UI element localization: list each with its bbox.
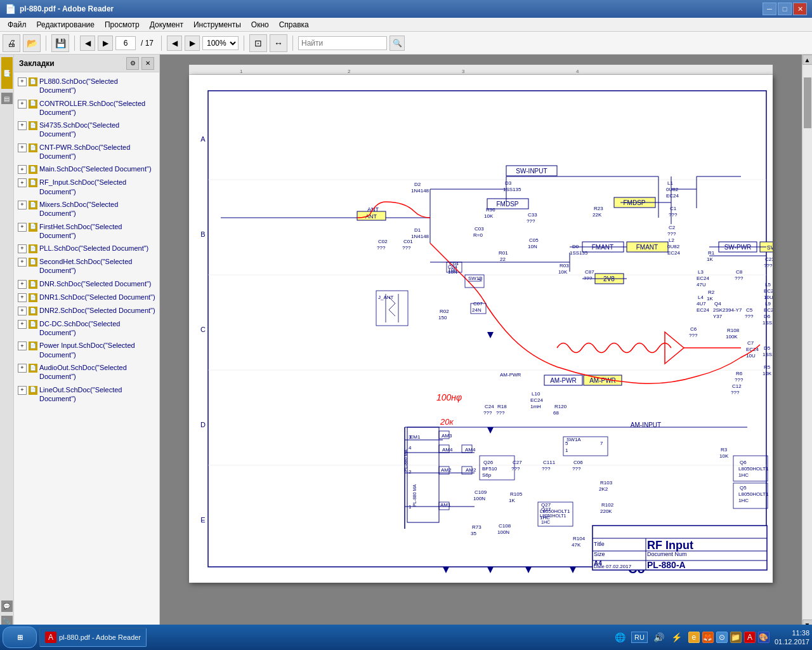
bookmark-expand-1[interactable]: + (18, 100, 27, 109)
scroll-track[interactable] (803, 65, 812, 620)
bookmark-expand-6[interactable]: + (18, 201, 27, 209)
sound-icon[interactable]: 🔊 (653, 631, 665, 644)
bookmark-item-13[interactable]: + 📄 DC-DC.SchDoc("Selected Document") (14, 317, 159, 340)
menu-view[interactable]: Просмотр (100, 19, 145, 30)
sw1a-pin5: 5 (565, 441, 568, 446)
prev-page-button[interactable]: ◀ (80, 36, 95, 51)
bookmark-icon-14: 📄 (29, 342, 37, 350)
zoom-select[interactable]: 100% 75% 150% (202, 36, 239, 50)
em1-pin2: 2 (409, 469, 412, 475)
bookmark-item-2[interactable]: + 📄 Si4735.SchDoc("Selected Document") (14, 119, 159, 141)
bookmark-expand-0[interactable]: + (18, 77, 27, 86)
r1-val: 1K (707, 256, 713, 262)
scroll-up-arrow[interactable]: ▲ (802, 55, 813, 65)
zoom-in-button[interactable]: ▶ (185, 36, 200, 51)
bookmark-expand-5[interactable]: + (18, 178, 27, 187)
menu-document[interactable]: Документ (145, 19, 188, 30)
menu-help[interactable]: Справка (274, 19, 314, 30)
open-button[interactable]: 📂 (23, 34, 41, 52)
bookmark-expand-8[interactable]: + (18, 244, 27, 253)
paint-icon[interactable]: 🎨 (758, 632, 769, 643)
l10-val: EC24 (530, 397, 544, 403)
folder-icon[interactable]: 📁 (730, 632, 742, 643)
taskbar: ⊞ A pl-880.pdf - Adobe Reader 🌐 RU 🔊 ⚡ e… (0, 625, 812, 650)
chrome-icon[interactable]: ⊙ (716, 632, 728, 643)
bookmark-item-7[interactable]: + 📄 FirstHet.SchDoc("Selected Document") (14, 220, 159, 242)
panel-close-button[interactable]: ✕ (141, 57, 154, 70)
panel-options-button[interactable]: ⚙ (126, 57, 139, 70)
bookmark-item-9[interactable]: + 📄 SecondHet.SchDoc("Selected Document"… (14, 255, 159, 277)
bookmark-expand-2[interactable]: + (18, 121, 27, 130)
bookmark-item-6[interactable]: + 📄 Mixers.SchDoc("Selected Document") (14, 198, 159, 220)
bookmark-item-15[interactable]: + 📄 AudioOut.SchDoc("Selected Document") (14, 361, 159, 383)
bookmark-expand-4[interactable]: + (18, 165, 27, 174)
network-icon[interactable]: 🌐 (613, 631, 626, 644)
scroll-thumb[interactable] (804, 77, 811, 128)
bookmark-expand-13[interactable]: + (18, 320, 27, 329)
start-button[interactable]: ⊞ (3, 627, 37, 648)
next-page-button[interactable]: ▶ (98, 36, 113, 51)
page-number-input[interactable]: 6 (115, 36, 136, 50)
adobe-tray-icon[interactable]: A (744, 632, 756, 643)
q26-val: BF510 (482, 466, 497, 472)
separator-4 (244, 36, 244, 51)
bookmark-expand-11[interactable]: + (18, 293, 27, 302)
bookmark-expand-9[interactable]: + (18, 258, 27, 267)
ie-icon[interactable]: e (688, 632, 700, 643)
c03-val: R=0 (473, 232, 483, 238)
battery-icon[interactable]: ⚡ (671, 631, 683, 644)
menu-file[interactable]: Файл (3, 19, 32, 30)
search-input[interactable] (298, 36, 387, 50)
bookmark-expand-3[interactable]: + (18, 143, 27, 152)
c03-ref: C03 (475, 226, 484, 232)
l10-val2: 1mH (530, 404, 541, 409)
bookmark-item-8[interactable]: + 📄 PLL.SchDoc("Selected Document") (14, 242, 159, 255)
bookmark-expand-15[interactable]: + (18, 364, 27, 373)
pages-panel-icon[interactable]: ▤ (1, 93, 13, 104)
bookmark-expand-16[interactable]: + (18, 386, 27, 395)
bookmark-item-1[interactable]: + 📄 CONTROLLER.SchDoc("Selected Document… (14, 97, 159, 119)
r96-ref: R96 (486, 207, 495, 213)
bookmark-item-16[interactable]: + 📄 LineOut.SchDoc("Selected Document") (14, 383, 159, 406)
bookmark-panel-icon[interactable]: 📑 (1, 57, 13, 89)
c27-ref: C27 (513, 460, 522, 465)
maximize-button[interactable]: □ (778, 3, 792, 15)
minimize-button[interactable]: ─ (763, 3, 776, 15)
bookmark-item-3[interactable]: + 📄 CNT-PWR.SchDoc("Selected Document") (14, 141, 159, 163)
taskbar-app-adobe[interactable]: A pl-880.pdf - Adobe Reader (39, 628, 147, 647)
bookmark-item-11[interactable]: + 📄 DNR1.SchDoc("Selected Document") (14, 291, 159, 304)
lang-indicator[interactable]: RU (631, 632, 648, 643)
pdf-viewer[interactable]: 1 2 3 4 A B C D E (160, 55, 802, 630)
fit-width-button[interactable]: ↔ (270, 34, 287, 52)
bookmark-label-12: DNR2.SchDoc("Selected Document") (39, 306, 155, 315)
zoom-out-button[interactable]: ◀ (167, 36, 182, 51)
c111-val: ??? (542, 466, 551, 472)
c27-val: ??? (511, 466, 520, 472)
bookmark-item-14[interactable]: + 📄 Power Input.SchDoc("Selected Documen… (14, 339, 159, 361)
save-button[interactable]: 💾 (51, 34, 69, 52)
close-button[interactable]: ✕ (793, 3, 807, 15)
bookmark-expand-12[interactable]: + (18, 307, 27, 315)
search-button[interactable]: 🔍 (390, 36, 405, 51)
fit-page-button[interactable]: ⊡ (249, 34, 267, 52)
bookmark-item-10[interactable]: + 📄 DNR.SchDoc("Selected Document") (14, 277, 159, 291)
bookmark-label-16: LineOut.SchDoc("Selected Document") (39, 385, 155, 404)
print-button[interactable]: 🖨 (3, 34, 20, 52)
bookmark-label-15: AudioOut.SchDoc("Selected Document") (39, 363, 155, 381)
bookmark-icon-0: 📄 (29, 77, 37, 86)
bookmark-expand-7[interactable]: + (18, 223, 27, 232)
bookmark-item-5[interactable]: + 📄 RF_Input.SchDoc("Selected Document") (14, 176, 159, 198)
bookmark-item-4[interactable]: + 📄 Main.SchDoc("Selected Document") (14, 162, 159, 176)
right-scrollbar[interactable]: ▲ ▼ (802, 55, 812, 630)
comment-icon[interactable]: 💬 (1, 600, 13, 612)
bookmark-item-0[interactable]: + 📄 PL880.SchDoc("Selected Document") (14, 75, 159, 97)
menu-window[interactable]: Окно (246, 19, 274, 30)
bookmark-expand-14[interactable]: + (18, 342, 27, 350)
bookmark-expand-10[interactable]: + (18, 280, 27, 289)
bookmark-item-12[interactable]: + 📄 DNR2.SchDoc("Selected Document") (14, 304, 159, 317)
firefox-icon[interactable]: 🦊 (702, 632, 714, 643)
sw-pwr-label2: SW-PWR (767, 244, 773, 251)
menu-tools[interactable]: Инструменты (188, 19, 246, 30)
c06-ref: C06 (573, 460, 583, 465)
menu-edit[interactable]: Редактирование (32, 19, 100, 30)
